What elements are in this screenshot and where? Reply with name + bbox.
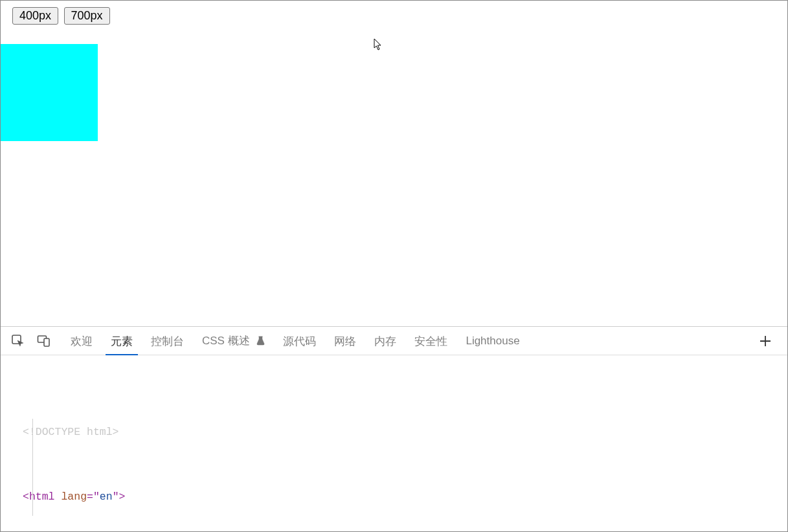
tab-memory[interactable]: 内存	[365, 327, 405, 355]
tab-console[interactable]: 控制台	[142, 327, 193, 355]
code-text: en	[100, 491, 113, 503]
elements-tree[interactable]: <!DOCTYPE html> <html lang="en"> ▶ <head…	[1, 355, 787, 531]
box1	[1, 44, 98, 141]
button-700px[interactable]: 700px	[64, 7, 110, 25]
code-line-doctype[interactable]: <!DOCTYPE html>	[1, 424, 787, 440]
devtools-tabs: 欢迎 元素 控制台 CSS 概述 源代码 网络 内存 安全性 Lighthous…	[1, 327, 787, 355]
cursor-icon	[374, 38, 384, 51]
page-area: 400px 700px	[1, 1, 787, 326]
beaker-icon	[256, 336, 265, 349]
tab-security[interactable]: 安全性	[405, 327, 456, 355]
tab-elements[interactable]: 元素	[102, 327, 142, 355]
code-line-html-open[interactable]: <html lang="en">	[1, 489, 787, 505]
tab-lighthouse[interactable]: Lighthouse	[456, 328, 528, 353]
code-text: lang	[61, 491, 87, 503]
tab-sources[interactable]: 源代码	[274, 327, 325, 355]
page-buttons: 400px 700px	[1, 1, 787, 25]
inspect-element-icon[interactable]	[10, 333, 27, 349]
code-text: <html	[23, 491, 61, 503]
button-400px[interactable]: 400px	[12, 7, 58, 25]
tab-css-overview-label: CSS 概述	[202, 335, 250, 347]
tab-css-overview[interactable]: CSS 概述	[193, 327, 274, 355]
add-tab-button[interactable]	[756, 332, 774, 350]
svg-rect-2	[44, 338, 49, 346]
tab-network[interactable]: 网络	[325, 327, 365, 355]
tab-welcome[interactable]: 欢迎	[62, 327, 102, 355]
devtools-panel: 欢迎 元素 控制台 CSS 概述 源代码 网络 内存 安全性 Lighthous…	[1, 326, 787, 531]
code-text: ">	[113, 491, 126, 503]
code-text: <!DOCTYPE html>	[23, 426, 119, 438]
toggle-device-icon[interactable]	[36, 333, 52, 349]
code-text: ="	[87, 491, 100, 503]
